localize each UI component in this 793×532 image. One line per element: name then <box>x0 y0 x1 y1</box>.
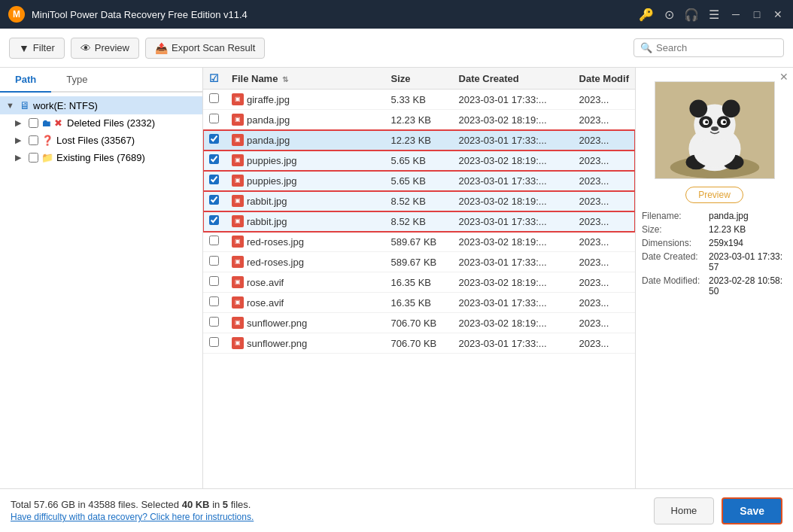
row-checkbox[interactable] <box>209 175 219 184</box>
row-checkbox[interactable] <box>209 236 219 245</box>
headphone-icon[interactable]: 🎧 <box>683 6 700 23</box>
file-name: panda.jpg <box>247 114 290 126</box>
search-box[interactable]: 🔍 <box>633 38 784 57</box>
table-row[interactable]: ▣rose.avif16.35 KB2023-03-02 18:19:...20… <box>203 272 635 293</box>
lost-icon: ❓ <box>41 135 53 146</box>
export-button[interactable]: 📤 Export Scan Result <box>145 38 265 59</box>
existing-icon: 📁 <box>41 152 53 163</box>
row-checkbox[interactable] <box>209 317 219 327</box>
row-checkbox[interactable] <box>209 195 219 205</box>
file-date-created: 2023-03-02 18:19:... <box>453 110 573 130</box>
table-check-icon: ☑ <box>209 72 219 84</box>
row-checkbox[interactable] <box>209 114 219 123</box>
file-name: red-roses.jpg <box>247 257 304 268</box>
file-name: puppies.jpg <box>247 175 297 187</box>
export-icon: 📤 <box>155 42 168 54</box>
status-summary: Total 57.66 GB in 43588 files. Selected … <box>11 499 654 510</box>
expander-icon: ▼ <box>6 101 17 110</box>
help-link[interactable]: Have difficulty with data recovery? Clic… <box>11 512 654 522</box>
search-input[interactable] <box>656 42 777 53</box>
file-name: giraffe.jpg <box>247 94 290 105</box>
tree-item-deleted-label: Deleted Files (2332) <box>67 117 155 129</box>
table-row[interactable]: ▣sunflower.png706.70 KB2023-03-01 17:33:… <box>203 333 635 354</box>
table-row[interactable]: ▣puppies.jpg5.65 KB2023-03-02 18:19:...2… <box>203 150 635 171</box>
tree-item-existing[interactable]: ▶ 📁 Existing Files (7689) <box>0 149 202 166</box>
tab-type[interactable]: Type <box>51 68 102 93</box>
table-row[interactable]: ▣sunflower.png706.70 KB2023-03-02 18:19:… <box>203 313 635 333</box>
table-row[interactable]: ▣red-roses.jpg589.67 KB2023-03-01 17:33:… <box>203 252 635 272</box>
col-size[interactable]: Size <box>385 68 453 90</box>
in-text: in <box>210 499 223 510</box>
lost-files-checkbox[interactable] <box>29 135 38 145</box>
preview-action-button[interactable]: Preview <box>685 187 743 203</box>
row-checkbox[interactable] <box>209 134 219 144</box>
file-type-icon: ▣ <box>232 175 244 187</box>
row-checkbox[interactable] <box>209 93 219 103</box>
table-row[interactable]: ▣puppies.jpg5.65 KB2023-03-01 17:33:...2… <box>203 171 635 191</box>
tree-item-deleted[interactable]: ▶ 🖿 ✖ Deleted Files (2332) <box>0 114 202 132</box>
sort-icon: ⇅ <box>282 75 288 84</box>
tree-root-label: work(E: NTFS) <box>33 100 98 111</box>
row-checkbox[interactable] <box>209 337 219 347</box>
file-date-modified: 2023... <box>573 232 635 252</box>
table-row[interactable]: ▣rabbit.jpg8.52 KB2023-03-02 18:19:...20… <box>203 191 635 211</box>
table-row[interactable]: ▣panda.jpg12.23 KB2023-03-01 17:33:...20… <box>203 130 635 150</box>
col-date-created[interactable]: Date Created <box>453 68 573 90</box>
file-type-icon: ▣ <box>232 195 244 207</box>
row-checkbox[interactable] <box>209 276 219 286</box>
filter-button[interactable]: ▼ Filter <box>9 38 65 59</box>
maximize-button[interactable]: □ <box>749 7 764 22</box>
row-checkbox[interactable] <box>209 154 219 164</box>
preview-button[interactable]: 👁 Preview <box>71 38 139 59</box>
tab-bar: Path Type <box>0 68 202 93</box>
table-row[interactable]: ▣giraffe.jpg5.33 KB2023-03-01 17:33:...2… <box>203 90 635 110</box>
circle-icon[interactable]: ⊙ <box>661 6 677 23</box>
table-row[interactable]: ▣panda.jpg12.23 KB2023-03-02 18:19:...20… <box>203 110 635 130</box>
file-type-icon: ▣ <box>232 154 244 166</box>
size-value: 12.23 KB <box>709 224 746 235</box>
filter-icon: ▼ <box>19 42 29 54</box>
deleted-files-checkbox[interactable] <box>29 118 38 128</box>
existing-files-checkbox[interactable] <box>29 153 38 163</box>
tree-item-lost[interactable]: ▶ ❓ Lost Files (33567) <box>0 132 202 149</box>
close-preview-button[interactable]: ✕ <box>779 71 788 83</box>
minimize-button[interactable]: ─ <box>728 7 743 22</box>
tree-root[interactable]: ▼ 🖥 work(E: NTFS) <box>0 96 202 114</box>
date-created-label: Date Created: <box>642 251 706 272</box>
key-icon[interactable]: 🔑 <box>638 6 655 23</box>
col-filename[interactable]: File Name ⇅ <box>226 68 385 90</box>
file-name: rose.avif <box>247 297 284 309</box>
col-date-modified[interactable]: Date Modif <box>573 68 635 90</box>
file-date-modified: 2023... <box>573 130 635 150</box>
file-size: 706.70 KB <box>385 313 453 333</box>
file-name: panda.jpg <box>247 135 290 146</box>
table-row[interactable]: ▣rose.avif16.35 KB2023-03-01 17:33:...20… <box>203 293 635 313</box>
home-button[interactable]: Home <box>654 497 715 524</box>
file-type-icon: ▣ <box>232 134 244 146</box>
svg-point-14 <box>711 126 719 131</box>
meta-size-row: Size: 12.23 KB <box>642 223 787 236</box>
date-modified-label: Date Modified: <box>642 275 706 296</box>
selected-size: 40 KB <box>182 499 210 510</box>
total-text: Total 57.66 GB in 43588 files. Selected <box>11 499 182 510</box>
file-date-created: 2023-03-01 17:33:... <box>453 211 573 232</box>
svg-point-13 <box>722 120 725 123</box>
close-button[interactable]: ✕ <box>770 7 785 22</box>
file-name: red-roses.jpg <box>247 236 304 248</box>
file-size: 8.52 KB <box>385 191 453 211</box>
file-size: 16.35 KB <box>385 293 453 313</box>
table-row[interactable]: ▣rabbit.jpg8.52 KB2023-03-01 17:33:...20… <box>203 211 635 232</box>
row-checkbox[interactable] <box>209 296 219 306</box>
row-checkbox[interactable] <box>209 256 219 266</box>
save-button[interactable]: Save <box>722 497 782 524</box>
file-type-icon: ▣ <box>232 296 244 309</box>
tab-path[interactable]: Path <box>0 68 51 93</box>
table-row[interactable]: ▣red-roses.jpg589.67 KB2023-03-02 18:19:… <box>203 232 635 252</box>
file-date-modified: 2023... <box>573 293 635 313</box>
file-date-modified: 2023... <box>573 191 635 211</box>
row-checkbox[interactable] <box>209 215 219 225</box>
file-date-created: 2023-03-01 17:33:... <box>453 293 573 313</box>
menu-icon[interactable]: ☰ <box>706 6 722 23</box>
meta-date-created-row: Date Created: 2023-03-01 17:33:57 <box>642 250 787 274</box>
file-size: 5.65 KB <box>385 171 453 191</box>
